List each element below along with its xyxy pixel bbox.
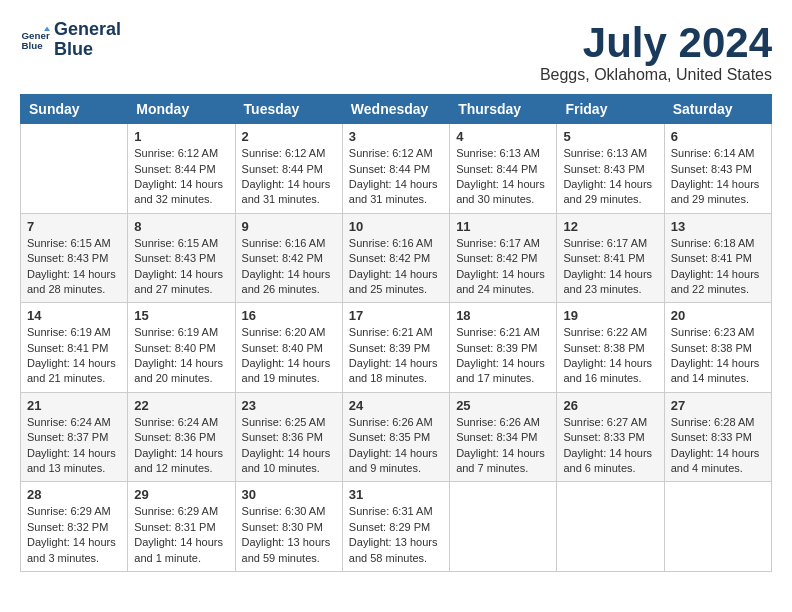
day-number: 11 xyxy=(456,219,550,234)
logo: General Blue General Blue xyxy=(20,20,121,60)
day-number: 10 xyxy=(349,219,443,234)
day-number: 6 xyxy=(671,129,765,144)
calendar-body: 1Sunrise: 6:12 AMSunset: 8:44 PMDaylight… xyxy=(21,124,772,572)
calendar-cell: 21Sunrise: 6:24 AMSunset: 8:37 PMDayligh… xyxy=(21,392,128,482)
day-number: 17 xyxy=(349,308,443,323)
sunrise-text: Sunrise: 6:28 AM xyxy=(671,415,765,430)
sunset-text: Sunset: 8:44 PM xyxy=(349,162,443,177)
header-day: Wednesday xyxy=(342,95,449,124)
sunset-text: Sunset: 8:40 PM xyxy=(134,341,228,356)
calendar-week-row: 14Sunrise: 6:19 AMSunset: 8:41 PMDayligh… xyxy=(21,303,772,393)
header-row: SundayMondayTuesdayWednesdayThursdayFrid… xyxy=(21,95,772,124)
cell-content: Sunrise: 6:17 AMSunset: 8:42 PMDaylight:… xyxy=(456,236,550,298)
daylight-text: Daylight: 14 hours and 17 minutes. xyxy=(456,356,550,387)
calendar-cell: 24Sunrise: 6:26 AMSunset: 8:35 PMDayligh… xyxy=(342,392,449,482)
daylight-text: Daylight: 14 hours and 24 minutes. xyxy=(456,267,550,298)
sunrise-text: Sunrise: 6:25 AM xyxy=(242,415,336,430)
daylight-text: Daylight: 14 hours and 21 minutes. xyxy=(27,356,121,387)
cell-content: Sunrise: 6:22 AMSunset: 8:38 PMDaylight:… xyxy=(563,325,657,387)
title-section: July 2024 Beggs, Oklahoma, United States xyxy=(540,20,772,84)
daylight-text: Daylight: 14 hours and 9 minutes. xyxy=(349,446,443,477)
sunset-text: Sunset: 8:30 PM xyxy=(242,520,336,535)
sunset-text: Sunset: 8:34 PM xyxy=(456,430,550,445)
daylight-text: Daylight: 14 hours and 19 minutes. xyxy=(242,356,336,387)
day-number: 2 xyxy=(242,129,336,144)
daylight-text: Daylight: 14 hours and 22 minutes. xyxy=(671,267,765,298)
calendar-cell: 5Sunrise: 6:13 AMSunset: 8:43 PMDaylight… xyxy=(557,124,664,214)
calendar-cell: 13Sunrise: 6:18 AMSunset: 8:41 PMDayligh… xyxy=(664,213,771,303)
sunrise-text: Sunrise: 6:13 AM xyxy=(456,146,550,161)
daylight-text: Daylight: 14 hours and 12 minutes. xyxy=(134,446,228,477)
calendar-cell xyxy=(664,482,771,572)
calendar-cell: 27Sunrise: 6:28 AMSunset: 8:33 PMDayligh… xyxy=(664,392,771,482)
sunrise-text: Sunrise: 6:17 AM xyxy=(456,236,550,251)
calendar-cell: 4Sunrise: 6:13 AMSunset: 8:44 PMDaylight… xyxy=(450,124,557,214)
calendar-week-row: 28Sunrise: 6:29 AMSunset: 8:32 PMDayligh… xyxy=(21,482,772,572)
daylight-text: Daylight: 14 hours and 13 minutes. xyxy=(27,446,121,477)
daylight-text: Daylight: 14 hours and 6 minutes. xyxy=(563,446,657,477)
cell-content: Sunrise: 6:15 AMSunset: 8:43 PMDaylight:… xyxy=(134,236,228,298)
daylight-text: Daylight: 14 hours and 20 minutes. xyxy=(134,356,228,387)
day-number: 7 xyxy=(27,219,121,234)
sunset-text: Sunset: 8:41 PM xyxy=(563,251,657,266)
calendar-cell: 12Sunrise: 6:17 AMSunset: 8:41 PMDayligh… xyxy=(557,213,664,303)
day-number: 31 xyxy=(349,487,443,502)
day-number: 18 xyxy=(456,308,550,323)
cell-content: Sunrise: 6:20 AMSunset: 8:40 PMDaylight:… xyxy=(242,325,336,387)
sunrise-text: Sunrise: 6:26 AM xyxy=(349,415,443,430)
calendar-cell xyxy=(21,124,128,214)
header-day: Tuesday xyxy=(235,95,342,124)
cell-content: Sunrise: 6:24 AMSunset: 8:36 PMDaylight:… xyxy=(134,415,228,477)
cell-content: Sunrise: 6:18 AMSunset: 8:41 PMDaylight:… xyxy=(671,236,765,298)
calendar-cell xyxy=(557,482,664,572)
sunrise-text: Sunrise: 6:29 AM xyxy=(27,504,121,519)
cell-content: Sunrise: 6:23 AMSunset: 8:38 PMDaylight:… xyxy=(671,325,765,387)
sunrise-text: Sunrise: 6:12 AM xyxy=(242,146,336,161)
calendar-cell: 23Sunrise: 6:25 AMSunset: 8:36 PMDayligh… xyxy=(235,392,342,482)
day-number: 19 xyxy=(563,308,657,323)
sunrise-text: Sunrise: 6:15 AM xyxy=(134,236,228,251)
page-header: General Blue General Blue July 2024 Begg… xyxy=(20,20,772,84)
sunrise-text: Sunrise: 6:12 AM xyxy=(349,146,443,161)
day-number: 30 xyxy=(242,487,336,502)
sunrise-text: Sunrise: 6:24 AM xyxy=(134,415,228,430)
header-day: Thursday xyxy=(450,95,557,124)
daylight-text: Daylight: 14 hours and 26 minutes. xyxy=(242,267,336,298)
calendar-cell: 29Sunrise: 6:29 AMSunset: 8:31 PMDayligh… xyxy=(128,482,235,572)
cell-content: Sunrise: 6:26 AMSunset: 8:35 PMDaylight:… xyxy=(349,415,443,477)
daylight-text: Daylight: 14 hours and 28 minutes. xyxy=(27,267,121,298)
sunset-text: Sunset: 8:43 PM xyxy=(27,251,121,266)
svg-text:General: General xyxy=(22,29,51,40)
daylight-text: Daylight: 14 hours and 29 minutes. xyxy=(671,177,765,208)
cell-content: Sunrise: 6:21 AMSunset: 8:39 PMDaylight:… xyxy=(349,325,443,387)
calendar-week-row: 21Sunrise: 6:24 AMSunset: 8:37 PMDayligh… xyxy=(21,392,772,482)
day-number: 28 xyxy=(27,487,121,502)
cell-content: Sunrise: 6:29 AMSunset: 8:31 PMDaylight:… xyxy=(134,504,228,566)
calendar-cell: 11Sunrise: 6:17 AMSunset: 8:42 PMDayligh… xyxy=(450,213,557,303)
day-number: 14 xyxy=(27,308,121,323)
cell-content: Sunrise: 6:19 AMSunset: 8:40 PMDaylight:… xyxy=(134,325,228,387)
sunrise-text: Sunrise: 6:16 AM xyxy=(242,236,336,251)
calendar-cell xyxy=(450,482,557,572)
cell-content: Sunrise: 6:13 AMSunset: 8:43 PMDaylight:… xyxy=(563,146,657,208)
day-number: 23 xyxy=(242,398,336,413)
calendar-week-row: 7Sunrise: 6:15 AMSunset: 8:43 PMDaylight… xyxy=(21,213,772,303)
calendar-cell: 18Sunrise: 6:21 AMSunset: 8:39 PMDayligh… xyxy=(450,303,557,393)
daylight-text: Daylight: 14 hours and 7 minutes. xyxy=(456,446,550,477)
daylight-text: Daylight: 14 hours and 27 minutes. xyxy=(134,267,228,298)
sunrise-text: Sunrise: 6:18 AM xyxy=(671,236,765,251)
sunrise-text: Sunrise: 6:26 AM xyxy=(456,415,550,430)
sunrise-text: Sunrise: 6:27 AM xyxy=(563,415,657,430)
cell-content: Sunrise: 6:27 AMSunset: 8:33 PMDaylight:… xyxy=(563,415,657,477)
daylight-text: Daylight: 14 hours and 25 minutes. xyxy=(349,267,443,298)
calendar-cell: 6Sunrise: 6:14 AMSunset: 8:43 PMDaylight… xyxy=(664,124,771,214)
sunrise-text: Sunrise: 6:14 AM xyxy=(671,146,765,161)
cell-content: Sunrise: 6:21 AMSunset: 8:39 PMDaylight:… xyxy=(456,325,550,387)
cell-content: Sunrise: 6:15 AMSunset: 8:43 PMDaylight:… xyxy=(27,236,121,298)
sunset-text: Sunset: 8:43 PM xyxy=(134,251,228,266)
location: Beggs, Oklahoma, United States xyxy=(540,66,772,84)
calendar-cell: 1Sunrise: 6:12 AMSunset: 8:44 PMDaylight… xyxy=(128,124,235,214)
day-number: 22 xyxy=(134,398,228,413)
daylight-text: Daylight: 13 hours and 59 minutes. xyxy=(242,535,336,566)
calendar-cell: 22Sunrise: 6:24 AMSunset: 8:36 PMDayligh… xyxy=(128,392,235,482)
